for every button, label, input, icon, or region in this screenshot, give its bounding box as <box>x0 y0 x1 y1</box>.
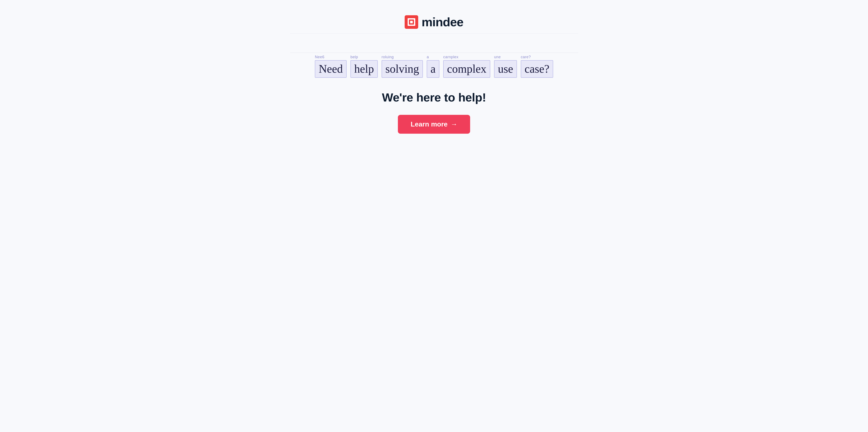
handwriting-section: Nee6Needbelphelproluingsolvingaacarnplex… <box>315 55 553 78</box>
handwritten-word: solving <box>381 60 423 78</box>
logo-container: mindee <box>405 15 463 29</box>
header: mindee <box>290 8 578 33</box>
ocr-label: carnplex <box>443 55 459 59</box>
handwritten-word: case? <box>521 60 553 78</box>
ocr-label: a <box>427 55 429 59</box>
word-group: uneuse <box>494 55 517 78</box>
subtitle: We're here to help! <box>382 90 486 104</box>
cta-label: Learn more <box>411 120 447 128</box>
word-group: Nee6Need <box>315 55 347 78</box>
handwritten-word: help <box>350 60 378 78</box>
arrow-icon: → <box>451 120 457 128</box>
word-group: care?case? <box>521 55 553 78</box>
ocr-label: belp <box>350 55 358 59</box>
mindee-logo-icon <box>405 15 418 29</box>
handwritten-word: use <box>494 60 517 78</box>
logo-text: mindee <box>422 15 463 29</box>
handwritten-word: Need <box>315 60 347 78</box>
header-divider <box>290 53 578 53</box>
handwritten-word: complex <box>443 60 490 78</box>
learn-more-button[interactable]: Learn more → <box>398 115 470 134</box>
svg-rect-4 <box>410 21 413 23</box>
word-group: aa <box>427 55 439 78</box>
page-container: mindee Nee6Needbelphelproluingsolvingaac… <box>286 0 582 146</box>
word-group: roluingsolving <box>381 55 423 78</box>
word-group: belphelp <box>350 55 378 78</box>
ocr-label: une <box>494 55 501 59</box>
handwritten-word: a <box>427 60 439 78</box>
word-group: carnplexcomplex <box>443 55 490 78</box>
ocr-label: Nee6 <box>315 55 324 59</box>
ocr-label: roluing <box>381 55 394 59</box>
ocr-label: care? <box>521 55 531 59</box>
